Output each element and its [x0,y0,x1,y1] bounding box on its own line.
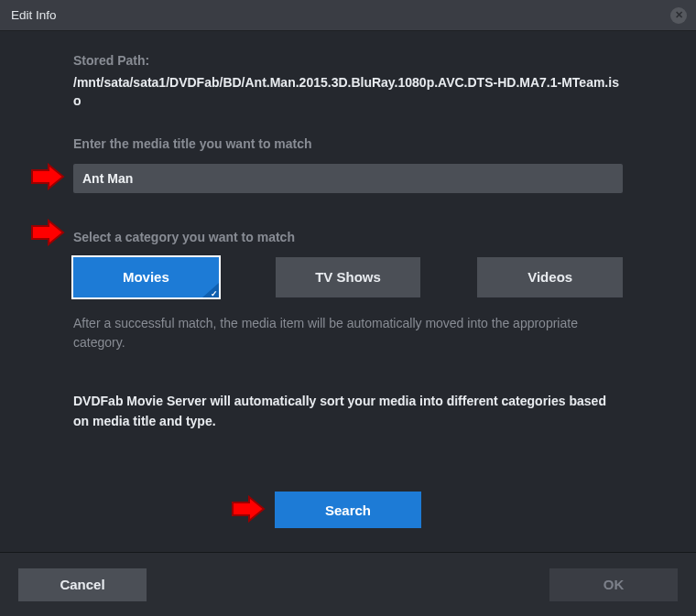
search-button[interactable]: Search [275,492,421,528]
info-text: DVDFab Movie Server will automatically s… [73,392,623,431]
search-row: Search [73,492,623,528]
cancel-button[interactable]: Cancel [18,568,147,601]
footer: Cancel OK [0,552,696,616]
titlebar: Edit Info ✕ [0,0,696,31]
annotation-arrow-icon [30,219,67,246]
ok-button[interactable]: OK [549,568,678,601]
category-option-label: Movies [123,269,169,285]
category-helper-text: After a successful match, the media item… [73,314,623,353]
stored-path-value: /mnt/sata/sata1/DVDFab/BD/Ant.Man.2015.3… [73,73,623,111]
category-option-videos[interactable]: Videos [477,257,623,297]
annotation-arrow-icon [30,163,67,190]
content-area: Stored Path: /mnt/sata/sata1/DVDFab/BD/A… [0,31,696,552]
category-label: Select a category you want to match [73,230,623,244]
media-title-input[interactable] [73,164,623,193]
category-option-label: TV Shows [315,269,381,285]
media-title-label: Enter the media title you want to match [73,136,623,151]
category-option-label: Videos [527,269,572,285]
category-option-movies[interactable]: Movies [73,257,219,297]
category-option-tvshows[interactable]: TV Shows [276,257,421,297]
category-row: Movies TV Shows Videos [73,257,623,297]
titlebar-title: Edit Info [11,8,670,22]
stored-path-label: Stored Path: [73,53,623,68]
check-icon [202,283,219,297]
close-icon[interactable]: ✕ [670,7,687,24]
